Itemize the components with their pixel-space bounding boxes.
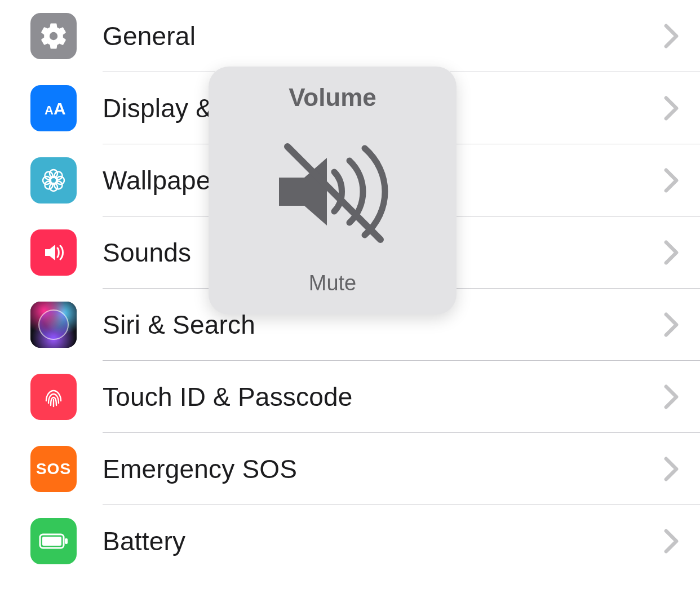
row-sos[interactable]: SOS Emergency SOS bbox=[0, 433, 700, 505]
chevron-right-icon bbox=[664, 168, 679, 193]
row-label: General bbox=[103, 21, 664, 51]
hud-title: Volume bbox=[289, 83, 376, 112]
svg-point-9 bbox=[55, 172, 63, 180]
row-touchid[interactable]: Touch ID & Passcode bbox=[0, 361, 700, 433]
gear-icon bbox=[30, 13, 77, 59]
svg-point-10 bbox=[45, 182, 53, 189]
sos-icon: SOS bbox=[30, 446, 77, 492]
chevron-right-icon bbox=[664, 457, 679, 481]
volume-hud: Volume Mute bbox=[209, 67, 457, 315]
chevron-right-icon bbox=[664, 384, 679, 409]
row-label: Battery bbox=[103, 526, 664, 556]
fingerprint-icon bbox=[30, 374, 77, 420]
hud-subtitle: Mute bbox=[309, 271, 356, 295]
svg-point-11 bbox=[55, 182, 63, 189]
chevron-right-icon bbox=[664, 312, 679, 337]
svg-rect-13 bbox=[42, 537, 61, 546]
speaker-mute-icon bbox=[268, 112, 397, 271]
svg-point-8 bbox=[45, 172, 53, 180]
svg-text:A: A bbox=[54, 99, 66, 118]
row-general[interactable]: General bbox=[0, 0, 700, 72]
row-label: Touch ID & Passcode bbox=[103, 382, 664, 412]
flower-icon bbox=[30, 157, 77, 204]
svg-point-0 bbox=[50, 32, 57, 40]
chevron-right-icon bbox=[664, 240, 679, 265]
chevron-right-icon bbox=[664, 529, 679, 554]
text-size-icon: A A bbox=[30, 85, 77, 131]
row-battery[interactable]: Battery bbox=[0, 505, 700, 577]
battery-icon bbox=[30, 518, 77, 564]
row-label: Emergency SOS bbox=[103, 454, 664, 484]
svg-rect-14 bbox=[65, 538, 68, 544]
chevron-right-icon bbox=[664, 24, 679, 48]
siri-icon bbox=[30, 302, 77, 348]
svg-text:A: A bbox=[45, 103, 54, 117]
chevron-right-icon bbox=[664, 96, 679, 121]
speaker-icon bbox=[30, 229, 77, 276]
